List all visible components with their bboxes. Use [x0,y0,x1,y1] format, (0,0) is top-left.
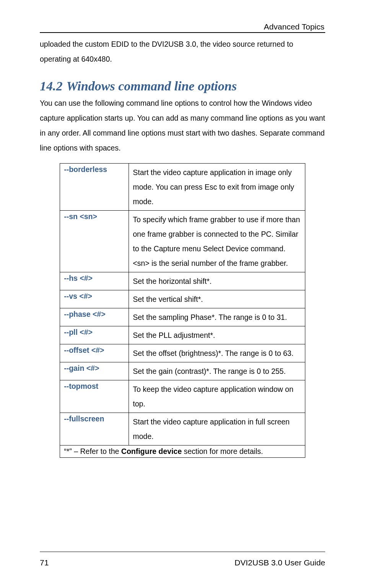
option-flag: --gain <#> [60,362,129,380]
table-row: --gain <#> Set the gain (contrast)*. The… [60,362,305,380]
table-footer-prefix: “*” – Refer to the [64,447,121,455]
option-desc: Set the offset (brightness)*. The range … [129,344,305,362]
table-row: --hs <#> Set the horizontal shift*. [60,272,305,290]
lead-paragraph: uploaded the custom EDID to the DVI2USB … [40,37,325,67]
option-flag: --phase <#> [60,308,129,326]
table-row: --topmost To keep the video capture appl… [60,380,305,413]
footer-rule [40,552,325,552]
option-flag: --vs <#> [60,290,129,308]
section-number: 14.2 [40,79,63,93]
table-row: --offset <#> Set the offset (brightness)… [60,344,305,362]
option-flag: --offset <#> [60,344,129,362]
page-footer: 71 DVI2USB 3.0 User Guide [0,552,365,567]
option-desc: Set the horizontal shift*. [129,272,305,290]
option-flag: --borderless [60,164,129,211]
table-row: --phase <#> Set the sampling Phase*. The… [60,308,305,326]
option-flag: --fullscreen [60,413,129,446]
option-desc: Start the video capture application in f… [129,413,305,446]
option-flag: --pll <#> [60,326,129,344]
table-footer-bold: Configure device [121,447,182,455]
table-footer-suffix: section for more details. [182,447,263,455]
lead-paragraph-text: uploaded the custom EDID to the DVI2USB … [40,37,325,67]
section-intro: You can use the following command line o… [40,96,325,156]
options-table: --borderless Start the video capture app… [60,163,305,458]
option-desc: Set the PLL adjustment*. [129,326,305,344]
doc-title: DVI2USB 3.0 User Guide [235,558,325,567]
option-desc: Start the video capture application in i… [129,164,305,211]
option-desc: Set the gain (contrast)*. The range is 0… [129,362,305,380]
section-heading: 14.2 Windows command line options [40,79,325,93]
table-row: --borderless Start the video capture app… [60,164,305,211]
running-head: Advanced Topics [40,22,325,31]
option-flag: --hs <#> [60,272,129,290]
header-rule [40,32,325,33]
table-row: --fullscreen Start the video capture app… [60,413,305,446]
table-footer-row: “*” – Refer to the Configure device sect… [60,446,305,458]
page-number: 71 [40,558,49,567]
option-flag: --topmost [60,380,129,413]
section-title: Windows command line options [66,79,237,93]
option-flag: --sn <sn> [60,211,129,272]
option-desc: Set the sampling Phase*. The range is 0 … [129,308,305,326]
option-desc: To keep the video capture application wi… [129,380,305,413]
table-row: --vs <#> Set the vertical shift*. [60,290,305,308]
option-desc: Set the vertical shift*. [129,290,305,308]
page: Advanced Topics uploaded the custom EDID… [0,0,365,588]
table-row: --sn <sn> To specify which frame grabber… [60,211,305,272]
table-footer-cell: “*” – Refer to the Configure device sect… [60,446,305,458]
footer-line: 71 DVI2USB 3.0 User Guide [40,558,325,567]
table-row: --pll <#> Set the PLL adjustment*. [60,326,305,344]
option-desc: To specify which frame grabber to use if… [129,211,305,272]
